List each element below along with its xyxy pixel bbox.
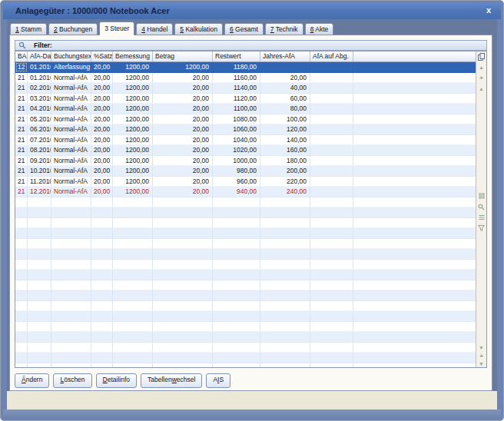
cell: 1020,00 xyxy=(213,145,260,155)
cell xyxy=(91,197,113,207)
table-row[interactable]: 2108.2010Normal-AfA20,001200,0020,001020… xyxy=(15,145,476,156)
cell: 20,00 xyxy=(153,187,213,197)
table-row[interactable]: 1201.2010Alterfassung20,001200,001200,00… xyxy=(15,62,476,73)
search-grid-icon[interactable] xyxy=(476,204,486,210)
cell: 1160,00 xyxy=(213,73,260,83)
ais-button[interactable]: AIS xyxy=(206,373,230,388)
cell xyxy=(15,207,28,217)
table-row[interactable]: 2104.2010Normal-AfA20,001200,0020,001100… xyxy=(15,104,476,114)
aendern-button[interactable]: Ändern xyxy=(15,373,49,388)
cell: Normal-AfA xyxy=(51,124,91,134)
column-header[interactable]: Buchungstext xyxy=(51,51,91,61)
scroll-up-icon[interactable]: ▲ xyxy=(476,86,486,92)
table-row-empty[interactable] xyxy=(15,270,476,280)
table-row-empty[interactable] xyxy=(15,301,476,312)
copy-icon[interactable] xyxy=(476,53,486,61)
table-row-empty[interactable] xyxy=(15,228,476,239)
cell: 20,00 xyxy=(153,135,213,145)
table-row-empty[interactable] xyxy=(15,197,476,208)
table-row[interactable]: 2101.2010Normal-AfA20,001200,0020,001160… xyxy=(15,73,476,84)
table-row-empty[interactable] xyxy=(15,322,476,333)
table-row-empty[interactable] xyxy=(15,363,476,368)
cell xyxy=(91,218,113,228)
table-row[interactable]: 2102.2010Normal-AfA20,001200,0020,001140… xyxy=(15,83,476,94)
tab-technik[interactable]: 7 Technik xyxy=(265,23,303,35)
scroll-bottom-icon[interactable]: ▼ xyxy=(476,361,486,367)
cell: 21 xyxy=(15,94,28,104)
loeschen-button[interactable]: Löschen xyxy=(53,373,91,388)
table-row[interactable]: 2103.2010Normal-AfA20,001200,0020,001120… xyxy=(15,94,476,104)
scroll-down-icon[interactable]: ▼ xyxy=(476,345,486,351)
tabellenwechsel-button[interactable]: Tabellenwechsel xyxy=(141,373,202,388)
table-row-empty[interactable] xyxy=(15,311,476,322)
cell: 20,00 xyxy=(91,94,113,104)
tab-akte[interactable]: 8 Akte xyxy=(305,23,334,35)
scroll-top-icon[interactable]: ▲ xyxy=(476,65,486,71)
table-row[interactable]: 2112.2010Normal-AfA20,001200,0020,00940,… xyxy=(15,187,476,197)
table-row-empty[interactable] xyxy=(15,249,476,260)
table-row-empty[interactable] xyxy=(15,290,476,301)
columns-icon[interactable] xyxy=(476,193,486,199)
table-row-empty[interactable] xyxy=(15,207,476,218)
cell xyxy=(51,228,91,238)
filter-funnel-icon[interactable] xyxy=(476,225,486,231)
column-header[interactable]: Betrag xyxy=(153,51,213,61)
cell xyxy=(91,249,113,259)
table-row[interactable]: 2109.2010Normal-AfA20,001200,0020,001000… xyxy=(15,156,476,167)
cell: Normal-AfA xyxy=(51,187,91,197)
cell xyxy=(310,301,353,311)
cell: 20,00 xyxy=(260,73,310,83)
table-row[interactable]: 2107.2010Normal-AfA20,001200,0020,001040… xyxy=(15,135,476,146)
cell xyxy=(28,197,51,207)
cell: 1080,00 xyxy=(213,114,260,124)
cell xyxy=(310,228,353,238)
table-row-empty[interactable] xyxy=(15,280,476,291)
column-header[interactable]: BA xyxy=(15,51,28,61)
cell xyxy=(28,311,51,321)
column-header[interactable]: AfA auf Abg. xyxy=(310,51,353,61)
table-row-empty[interactable] xyxy=(15,332,476,343)
column-header[interactable]: Jahres-AfA xyxy=(260,51,310,61)
cell xyxy=(260,301,310,311)
table-row-empty[interactable] xyxy=(15,343,476,353)
tab-gesamt[interactable]: 6 Gesamt xyxy=(224,23,264,35)
cell xyxy=(310,83,353,93)
cell: 1200,00 xyxy=(113,187,153,197)
tab-steuer[interactable]: 3 Steuer xyxy=(99,22,134,35)
column-header[interactable]: AfA-Dat xyxy=(28,51,51,61)
column-header[interactable]: %Satz xyxy=(91,51,113,61)
append-row-icon[interactable]: + xyxy=(476,353,486,360)
table-row[interactable]: 2105.2010Normal-AfA20,001200,0020,001080… xyxy=(15,114,476,125)
cell xyxy=(113,197,153,207)
close-icon[interactable]: x xyxy=(486,2,491,18)
column-header[interactable]: Bemessung xyxy=(113,51,153,61)
cell xyxy=(113,311,153,321)
cell: 20,00 xyxy=(153,156,213,166)
cell xyxy=(28,249,51,259)
tab-handel[interactable]: 4 Handel xyxy=(136,23,173,35)
column-header[interactable]: Restwert xyxy=(213,51,260,61)
table-row-empty[interactable] xyxy=(15,218,476,229)
tab-buchungen[interactable]: 2 Buchungen xyxy=(48,23,98,35)
cell xyxy=(213,218,260,228)
table-row[interactable]: 2110.2010Normal-AfA20,001200,0020,00980,… xyxy=(15,166,476,177)
cell: 04.2010 xyxy=(28,104,51,114)
tab-stamm[interactable]: 1 Stamm xyxy=(10,23,47,35)
add-row-icon[interactable]: + xyxy=(476,75,486,81)
table-row[interactable]: 2111.2010Normal-AfA20,001200,0020,00960,… xyxy=(15,177,476,187)
cell xyxy=(260,260,310,270)
tab-kalkulation[interactable]: 5 Kalkulation xyxy=(174,23,223,35)
cell-filler xyxy=(353,207,476,217)
cell xyxy=(310,249,353,259)
table-row-empty[interactable] xyxy=(15,353,476,363)
cell xyxy=(310,280,353,290)
table-row-empty[interactable] xyxy=(15,239,476,250)
table-row-empty[interactable] xyxy=(15,260,476,270)
cell xyxy=(28,322,51,332)
cell: Normal-AfA xyxy=(51,104,91,114)
cell xyxy=(310,166,353,176)
table-row[interactable]: 2106.2010Normal-AfA20,001200,0020,001060… xyxy=(15,124,476,135)
details-icon[interactable] xyxy=(476,214,486,220)
detailinfo-button[interactable]: Detailinfo xyxy=(96,373,137,388)
search-icon[interactable] xyxy=(15,41,29,50)
